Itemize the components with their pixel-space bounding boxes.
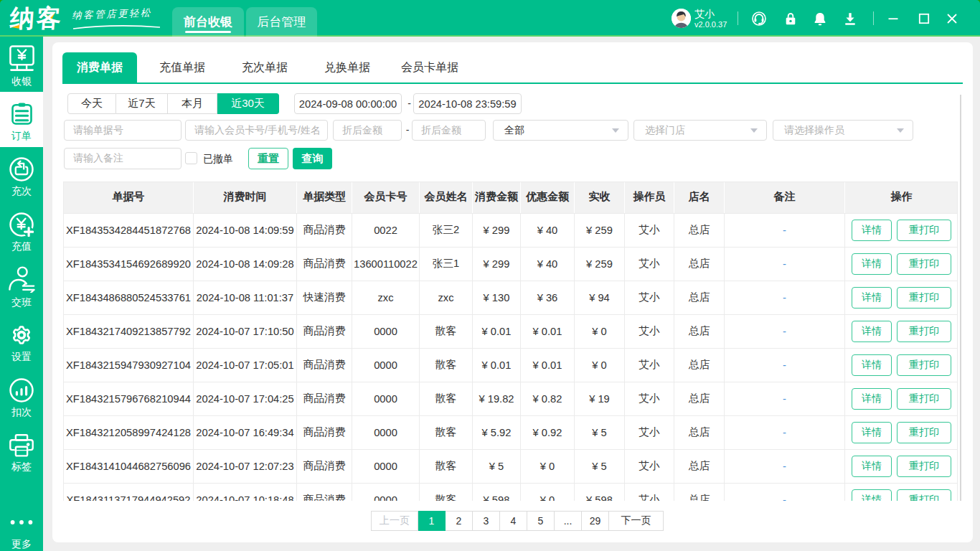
pagination-prev-button[interactable]: 上一页 — [371, 511, 418, 531]
reprint-button[interactable]: 重打印 — [897, 287, 951, 309]
chevron-down-icon — [897, 128, 904, 133]
tab-recharge-times-receipts[interactable]: 充次单据 — [227, 52, 302, 83]
table-cell: 艾小 — [625, 382, 674, 415]
quick-range-7days[interactable]: 近7天 — [116, 93, 168, 114]
pagination-page-4[interactable]: 4 — [500, 511, 527, 531]
sidebar-item-shift-change[interactable]: 交班 — [0, 258, 43, 313]
reprint-button[interactable]: 重打印 — [897, 489, 951, 501]
window-minimize-button[interactable] — [887, 12, 900, 25]
type-select[interactable]: 全部 — [493, 120, 628, 141]
sidebar-item-recharge-money[interactable]: 充值 — [0, 202, 43, 258]
detail-button[interactable]: 详情 — [852, 287, 892, 309]
detail-button[interactable]: 详情 — [852, 422, 892, 443]
table-cell: 散客 — [420, 415, 473, 449]
recharge-money-icon — [9, 212, 34, 237]
store-select[interactable]: 选择门店 — [633, 120, 767, 141]
sidebar-item-deduct-times[interactable]: 扣次 — [0, 368, 43, 423]
topbar-divider — [738, 11, 738, 25]
sidebar-item-more[interactable]: 更多 — [0, 505, 43, 551]
table-cell: ¥ 0 — [575, 314, 625, 348]
quick-range-today[interactable]: 今天 — [67, 93, 116, 114]
detail-button[interactable]: 详情 — [852, 321, 892, 342]
column-header: 店名 — [674, 182, 725, 213]
user-info[interactable]: 艾小 v2.0.0.37 — [672, 9, 691, 28]
table-cell: ¥ 36 — [521, 281, 575, 314]
receipts-table: 单据号消费时间单据类型会员卡号会员姓名消费金额优惠金额实收操作员店名备注操作 X… — [63, 182, 958, 501]
table-cell: 快速消费 — [297, 281, 352, 314]
order-no-input[interactable]: 请输单据号 — [64, 120, 182, 141]
table-cell: 2024-10-08 14:09:59 — [194, 213, 297, 247]
tab-recharge-receipts[interactable]: 充值单据 — [145, 52, 220, 83]
reprint-button[interactable]: 重打印 — [897, 456, 951, 477]
table-cell: 商品消费 — [297, 449, 352, 483]
quick-range-30days[interactable]: 近30天 — [217, 93, 279, 114]
detail-button[interactable]: 详情 — [852, 354, 892, 376]
operator-select[interactable]: 请选择操作员 — [773, 120, 913, 141]
pagination-page-5[interactable]: 5 — [527, 511, 555, 531]
detail-button[interactable]: 详情 — [852, 253, 892, 275]
table-cell: ¥ 0.01 — [521, 314, 575, 348]
sidebar: 收银 订单 充次 充值 — [0, 37, 43, 551]
detail-button[interactable]: 详情 — [852, 489, 892, 501]
table-row: XF18435342844518727682024-10-08 14:09:59… — [64, 213, 958, 247]
table-cell: 总店 — [674, 213, 725, 247]
reprint-button[interactable]: 重打印 — [897, 388, 951, 410]
reprint-button[interactable]: 重打印 — [897, 354, 951, 376]
member-search-input[interactable]: 请输入会员卡号/手机号/姓名 — [185, 120, 328, 141]
pagination-page-2[interactable]: 2 — [446, 511, 473, 531]
date-from-input[interactable]: 2024-09-08 00:00:00 — [294, 93, 402, 114]
quick-range-month[interactable]: 本月 — [168, 93, 217, 114]
detail-button[interactable]: 详情 — [852, 220, 892, 241]
sidebar-item-settings[interactable]: 设置 — [0, 313, 43, 368]
detail-button[interactable]: 详情 — [852, 456, 892, 477]
pagination-ellipsis[interactable]: ... — [555, 511, 582, 531]
table-cell: ¥ 259 — [575, 213, 625, 247]
topnav-backend-admin[interactable]: 后台管理 — [246, 7, 317, 37]
topnav-front-cashier[interactable]: 前台收银 — [172, 7, 244, 37]
table-cell: XF1843534154692689920 — [64, 247, 194, 281]
reprint-button[interactable]: 重打印 — [897, 253, 951, 275]
pagination-next-button[interactable]: 下一页 — [609, 511, 664, 531]
sidebar-item-cashier[interactable]: 收银 — [0, 37, 43, 92]
remark-input[interactable]: 请输入备注 — [64, 148, 182, 169]
table-cell: ¥ 259 — [575, 247, 625, 281]
avatar — [672, 9, 691, 28]
sidebar-item-recharge-times[interactable]: 充次 — [0, 147, 43, 202]
bell-icon[interactable] — [812, 11, 828, 27]
search-button[interactable]: 查询 — [293, 148, 332, 169]
pagination-page-29[interactable]: 29 — [582, 511, 609, 531]
date-to-input[interactable]: 2024-10-08 23:59:59 — [413, 93, 522, 114]
reprint-button[interactable]: 重打印 — [897, 220, 951, 241]
amount-min-input[interactable]: 折后金额 — [333, 120, 402, 141]
reprint-button[interactable]: 重打印 — [897, 422, 951, 443]
table-cell: 张三2 — [420, 213, 473, 247]
vertical-scrollbar[interactable] — [960, 95, 961, 501]
tab-member-card-receipts[interactable]: 会员卡单据 — [392, 52, 467, 83]
pagination-page-3[interactable]: 3 — [473, 511, 500, 531]
actions-cell: 详情重打印 — [845, 382, 958, 415]
actions-cell: 详情重打印 — [845, 247, 958, 281]
table-cell: 散客 — [420, 314, 473, 348]
window-close-button[interactable] — [946, 12, 958, 25]
amount-max-input[interactable]: 折后金额 — [412, 120, 486, 141]
actions-cell: 详情重打印 — [845, 483, 958, 501]
detail-button[interactable]: 详情 — [852, 388, 892, 410]
table-cell: ¥ 19 — [575, 382, 625, 415]
window-maximize-button[interactable] — [918, 12, 930, 25]
tab-exchange-receipts[interactable]: 兑换单据 — [310, 52, 385, 83]
table-cell: 总店 — [674, 415, 725, 449]
sidebar-item-label-printer[interactable]: 标签 — [0, 423, 43, 479]
pagination-page-1[interactable]: 1 — [418, 511, 446, 531]
table-cell: 总店 — [674, 449, 725, 483]
tab-consume-receipts[interactable]: 消费单据 — [62, 52, 137, 83]
revoked-checkbox[interactable] — [185, 152, 197, 164]
lock-icon[interactable] — [783, 11, 798, 27]
table-cell: 2024-10-07 17:05:01 — [194, 348, 297, 382]
download-icon[interactable] — [842, 11, 858, 27]
sidebar-item-orders[interactable]: 订单 — [0, 92, 43, 147]
reprint-button[interactable]: 重打印 — [897, 321, 951, 342]
table-cell: ¥ 0.01 — [473, 348, 521, 382]
reset-button[interactable]: 重置 — [248, 148, 288, 169]
support-icon[interactable] — [751, 11, 767, 27]
table-cell: 2024-10-07 12:07:23 — [194, 449, 297, 483]
